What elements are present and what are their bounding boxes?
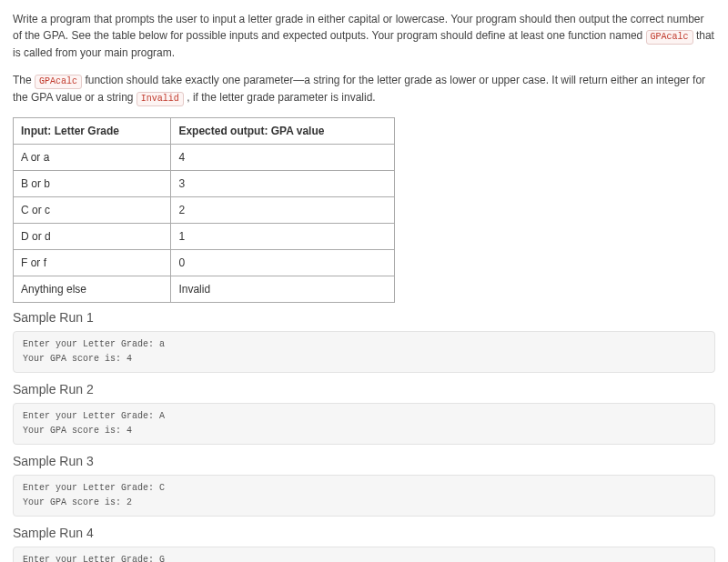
table-cell-input: B or b [14,171,171,197]
table-row: C or c 2 [14,197,395,224]
intro-paragraph-2: The GPAcalc function should take exactly… [13,72,715,106]
sample-heading: Sample Run 1 [13,308,715,327]
table-cell-input: F or f [14,250,171,276]
table-cell-input: D or d [14,224,171,250]
table-cell-output: 2 [171,197,395,224]
table-cell-input: A or a [14,145,171,171]
code-chip-gpacalc-2: GPAcalc [35,75,82,89]
table-cell-output: 1 [171,224,395,250]
sample-output-box: Enter your Letter Grade: A Your GPA scor… [13,403,715,445]
table-cell-output: Invalid [171,276,395,303]
table-header-row: Input: Letter Grade Expected output: GPA… [14,118,395,145]
sample-output-box: Enter your Letter Grade: C Your GPA scor… [13,475,715,517]
para1-text-seg1: Write a program that prompts the user to… [13,13,704,42]
table-cell-input: C or c [14,197,171,224]
sample-heading: Sample Run 3 [13,452,715,471]
sample-run-1: Sample Run 1 Enter your Letter Grade: a … [13,308,715,373]
table-row: B or b 3 [14,171,395,197]
table-cell-input: Anything else [14,276,171,303]
sample-output-box: Enter your Letter Grade: a Your GPA scor… [13,331,715,373]
code-chip-invalid: Invalid [136,92,184,106]
sample-run-3: Sample Run 3 Enter your Letter Grade: C … [13,452,715,517]
table-cell-output: 4 [171,145,395,171]
para2-text-seg3: , if the letter grade parameter is inval… [187,91,375,104]
sample-output-box: Enter your Letter Grade: G Your GPA scor… [13,547,715,562]
table-row: D or d 1 [14,224,395,250]
intro-paragraph-1: Write a program that prompts the user to… [13,11,715,61]
table-row: A or a 4 [14,145,395,171]
sample-run-4: Sample Run 4 Enter your Letter Grade: G … [13,524,715,562]
table-row: Anything else Invalid [14,276,395,303]
code-chip-gpacalc: GPAcalc [646,30,693,45]
table-header-input: Input: Letter Grade [14,118,171,145]
table-cell-output: 0 [171,250,395,276]
grade-table: Input: Letter Grade Expected output: GPA… [13,117,395,303]
table-row: F or f 0 [14,250,395,276]
para2-text-seg1: The [13,74,35,86]
sample-heading: Sample Run 4 [13,524,715,543]
sample-run-2: Sample Run 2 Enter your Letter Grade: A … [13,380,715,445]
sample-heading: Sample Run 2 [13,380,715,399]
table-header-output: Expected output: GPA value [171,118,395,145]
table-cell-output: 3 [171,171,395,197]
